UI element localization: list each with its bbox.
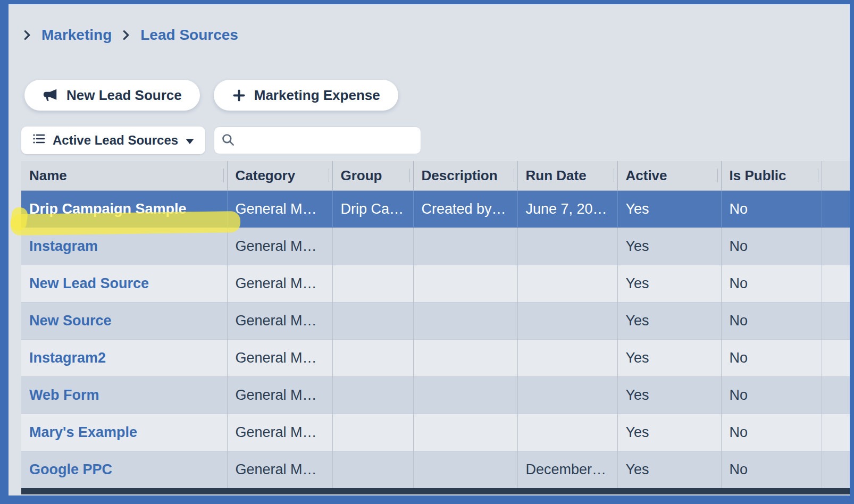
megaphone-icon: [43, 87, 58, 103]
cell-description: [413, 451, 517, 488]
cell-run_date: December…: [517, 451, 617, 488]
cell-run_date: [517, 302, 617, 339]
lead-source-name-link[interactable]: Google PPC: [21, 451, 227, 488]
cell-partial: [822, 414, 850, 451]
cell-group: [332, 265, 413, 302]
cell-description: Created by…: [413, 190, 517, 228]
cell-run_date: [517, 339, 617, 376]
table-row[interactable]: Drip Campaign SampleGeneral M…Drip Ca…Cr…: [21, 190, 850, 228]
cell-category: General M…: [227, 265, 332, 302]
lead-sources-table: NameCategoryGroupDescriptionRun DateActi…: [21, 161, 850, 488]
cell-category: General M…: [227, 302, 332, 339]
cell-is_public: No: [721, 451, 822, 488]
cell-is_public: No: [721, 339, 822, 376]
lead-source-name-link[interactable]: Mary's Example: [21, 414, 227, 451]
column-header[interactable]: Active: [617, 161, 721, 190]
cell-group: [332, 302, 413, 339]
cell-partial: [822, 376, 850, 414]
cell-group: [332, 376, 413, 414]
lead-source-name-link[interactable]: New Lead Source: [21, 265, 227, 302]
column-header[interactable]: Run Date: [517, 161, 617, 190]
lead-source-name-link[interactable]: New Source: [21, 302, 227, 339]
caret-down-icon: [185, 133, 195, 148]
search-box[interactable]: [214, 127, 421, 154]
cell-category: General M…: [227, 376, 332, 414]
cell-is_public: No: [721, 228, 822, 265]
cell-run_date: June 7, 20…: [517, 190, 617, 228]
chevron-right-icon: [120, 28, 132, 43]
table-row[interactable]: Google PPCGeneral M…December…YesNo: [21, 451, 850, 488]
table-row[interactable]: New Lead SourceGeneral M…YesNo: [21, 265, 850, 302]
column-header-partial: [822, 161, 850, 190]
cell-group: [332, 339, 413, 376]
cell-is_public: No: [721, 376, 822, 414]
view-selector[interactable]: Active Lead Sources: [21, 127, 205, 154]
new-lead-source-label: New Lead Source: [66, 87, 182, 104]
cell-active: Yes: [617, 228, 721, 265]
cell-active: Yes: [617, 190, 721, 228]
cell-category: General M…: [227, 451, 332, 488]
filter-row: Active Lead Sources: [21, 127, 850, 154]
cell-active: Yes: [617, 302, 721, 339]
cell-active: Yes: [617, 339, 721, 376]
breadcrumb-marketing[interactable]: Marketing: [41, 27, 112, 44]
cell-active: Yes: [617, 451, 721, 488]
plus-icon: [232, 88, 246, 103]
cell-partial: [822, 190, 850, 228]
column-header[interactable]: Description: [413, 161, 517, 190]
table-row[interactable]: InstagramGeneral M…YesNo: [21, 228, 850, 265]
lead-source-name-link[interactable]: Instagram2: [21, 339, 227, 376]
cell-partial: [822, 265, 850, 302]
cell-is_public: No: [721, 265, 822, 302]
cell-partial: [822, 339, 850, 376]
new-lead-source-button[interactable]: New Lead Source: [24, 80, 200, 111]
column-header[interactable]: Category: [227, 161, 332, 190]
marketing-expense-button[interactable]: Marketing Expense: [214, 80, 398, 111]
cell-partial: [822, 451, 850, 488]
search-input[interactable]: [239, 133, 414, 148]
content-area: Marketing Lead Sources New Lead Source M…: [9, 4, 850, 495]
list-icon: [32, 132, 46, 148]
cell-category: General M…: [227, 190, 332, 228]
cell-partial: [822, 228, 850, 265]
cell-run_date: [517, 376, 617, 414]
cell-run_date: [517, 228, 617, 265]
breadcrumb-lead-sources[interactable]: Lead Sources: [140, 27, 238, 44]
table-row[interactable]: Web FormGeneral M…YesNo: [21, 376, 850, 414]
cell-partial: [822, 302, 850, 339]
breadcrumb: Marketing Lead Sources: [21, 27, 850, 44]
cell-description: [413, 339, 517, 376]
lead-sources-table-wrap: NameCategoryGroupDescriptionRun DateActi…: [21, 161, 850, 494]
table-row[interactable]: Instagram2General M…YesNo: [21, 339, 850, 376]
marketing-expense-label: Marketing Expense: [254, 87, 380, 104]
column-header[interactable]: Name: [21, 161, 227, 190]
cell-category: General M…: [227, 414, 332, 451]
lead-source-name-link[interactable]: Drip Campaign Sample: [21, 190, 227, 228]
cell-run_date: [517, 414, 617, 451]
cell-group: [332, 451, 413, 488]
cell-is_public: No: [721, 414, 822, 451]
column-header[interactable]: Is Public: [721, 161, 822, 190]
table-row[interactable]: New SourceGeneral M…YesNo: [21, 302, 850, 339]
cell-group: [332, 228, 413, 265]
lead-source-name-link[interactable]: Instagram: [21, 228, 227, 265]
toolbar: New Lead Source Marketing Expense: [24, 80, 850, 111]
cell-description: [413, 265, 517, 302]
cell-active: Yes: [617, 414, 721, 451]
cell-is_public: No: [721, 190, 822, 228]
lead-source-name-link[interactable]: Web Form: [21, 376, 227, 414]
chevron-right-icon: [21, 28, 33, 43]
cell-is_public: No: [721, 302, 822, 339]
cell-active: Yes: [617, 376, 721, 414]
cell-active: Yes: [617, 265, 721, 302]
cell-group: [332, 414, 413, 451]
cell-description: [413, 414, 517, 451]
cell-run_date: [517, 265, 617, 302]
table-header-row: NameCategoryGroupDescriptionRun DateActi…: [21, 161, 850, 190]
search-icon: [221, 132, 235, 149]
cell-category: General M…: [227, 228, 332, 265]
table-row[interactable]: Mary's ExampleGeneral M…YesNo: [21, 414, 850, 451]
cell-description: [413, 376, 517, 414]
cell-category: General M…: [227, 339, 332, 376]
column-header[interactable]: Group: [332, 161, 413, 190]
